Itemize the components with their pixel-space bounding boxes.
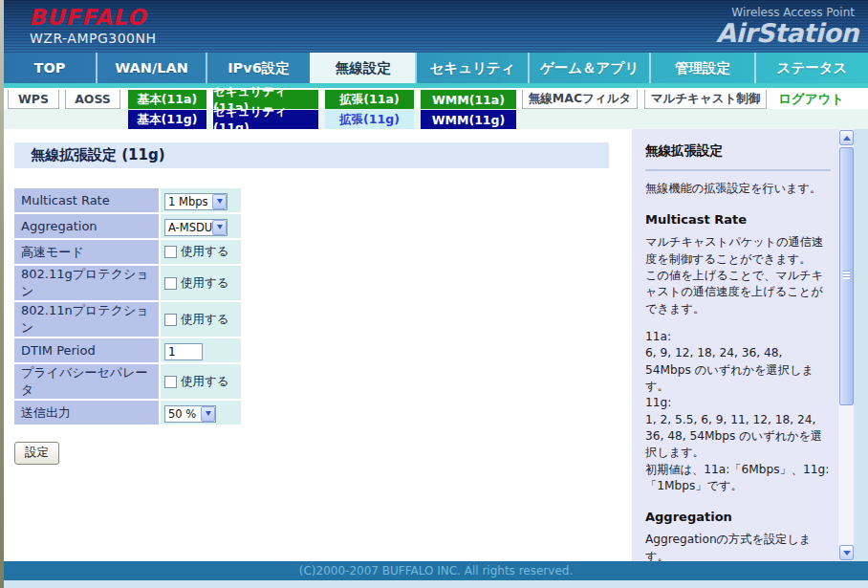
- nav-tab[interactable]: TOP: [4, 53, 96, 83]
- form-label: Aggregation: [14, 214, 159, 238]
- scroll-up-button[interactable]: [839, 130, 854, 145]
- airstation-logo: AirStation: [716, 18, 858, 48]
- subnav-tab-11a[interactable]: WMM(11a): [421, 90, 516, 109]
- nav-tab[interactable]: ステータス: [754, 53, 868, 83]
- subnav: WPSAOSS基本(11a)セキュリティ(11a)拡張(11a)WMM(11a)…: [4, 88, 868, 129]
- chevron-down-icon[interactable]: [212, 194, 227, 209]
- help-text: マルチキャストパケットの通信速度を制御することができます。: [645, 234, 831, 268]
- apply-button[interactable]: 設定: [14, 442, 59, 465]
- chevron-down-icon[interactable]: [201, 406, 215, 422]
- nav-tab[interactable]: セキュリティ: [415, 53, 528, 83]
- help-text: 無線機能の拡張設定を行います。: [645, 181, 831, 197]
- dropdown-value: A-MSDU: [165, 221, 212, 234]
- nav-tab[interactable]: WAN/LAN: [96, 53, 206, 83]
- subnav-tab-11g[interactable]: 基本(11g): [128, 110, 206, 129]
- dropdown-value: 1 Mbps: [165, 195, 212, 208]
- form-label: 送信出力: [14, 401, 159, 425]
- checkbox[interactable]: [164, 246, 177, 258]
- scrollbar-track[interactable]: [837, 129, 854, 561]
- subnav-row-bottom: 基本(11g)セキュリティ(11g)拡張(11g)WMM(11g): [4, 109, 868, 129]
- help-text: 初期値は、11a:「6Mbps」、11g:「1Mbps」です。: [645, 462, 831, 495]
- nav-tab[interactable]: 管理設定: [649, 53, 754, 83]
- dropdown-select[interactable]: A-MSDU: [164, 219, 228, 236]
- form-value-cell: A-MSDU: [161, 214, 241, 238]
- chevron-up-icon: [843, 136, 851, 141]
- help-text: Aggregationの方式を設定します。: [645, 532, 831, 561]
- help-text: 11g:: [645, 395, 831, 411]
- subnav-tab-11g[interactable]: WMM(11g): [421, 110, 516, 129]
- table-row: 802.11nプロテクション使用する: [14, 302, 241, 337]
- chevron-down-icon: [843, 551, 851, 555]
- help-content: 無線拡張設定無線機能の拡張設定を行います。Multicast Rateマルチキャ…: [645, 142, 831, 561]
- subnav-row-top: WPSAOSS基本(11a)セキュリティ(11a)拡張(11a)WMM(11a)…: [4, 90, 868, 109]
- content-area: 無線拡張設定 (11g) Multicast Rate1 MbpsAggrega…: [4, 129, 868, 561]
- form-label: プライバシーセパレータ: [14, 364, 159, 399]
- buffalo-logo: BUFFALO: [29, 5, 146, 30]
- nav-tab[interactable]: 無線設定: [310, 53, 415, 83]
- help-text: 6, 9, 12, 18, 24, 36, 48, 54Mbps のいずれかを選…: [645, 345, 831, 395]
- table-row: DTIM Period: [14, 338, 241, 362]
- form-value-cell: 1 Mbps: [161, 188, 241, 212]
- text-input[interactable]: [164, 343, 203, 360]
- table-row: 高速モード使用する: [14, 240, 241, 264]
- right-margin: [854, 129, 868, 561]
- form-value-cell: 使用する: [161, 240, 241, 264]
- checkbox-label: 使用する: [181, 275, 229, 292]
- form-value-cell: 使用する: [161, 364, 241, 399]
- form-value-cell: 使用する: [161, 266, 241, 300]
- nav-tab[interactable]: ゲーム＆アプリ: [528, 53, 649, 83]
- help-text: この値を上げることで、マルチキャストの通信速度を上げることができます。: [645, 268, 831, 317]
- nav-tab[interactable]: IPv6設定: [206, 53, 310, 83]
- dropdown-select[interactable]: 1 Mbps: [164, 193, 228, 210]
- footer-bar: (C)2000-2007 BUFFALO INC. All rights res…: [4, 561, 868, 580]
- subnav-button[interactable]: マルチキャスト制御: [644, 90, 767, 109]
- help-text: 11a:: [645, 329, 831, 345]
- header: BUFFALO WZR-AMPG300NH Wireless Access Po…: [4, 0, 868, 53]
- subnav-button[interactable]: 無線MACフィルタ: [522, 90, 638, 109]
- subnav-tab-11a[interactable]: 拡張(11a): [325, 90, 414, 109]
- checkbox-label: 使用する: [181, 374, 229, 390]
- help-title: 無線拡張設定: [645, 142, 831, 160]
- router-model: WZR-AMPG300NH: [30, 31, 157, 46]
- help-divider: [645, 169, 831, 171]
- subnav-button[interactable]: AOSS: [65, 90, 120, 109]
- table-row: Multicast Rate1 Mbps: [14, 188, 241, 212]
- subnav-button[interactable]: WPS: [8, 90, 59, 109]
- product-tagline: Wireless Access Point: [731, 6, 855, 19]
- form-label: 高速モード: [14, 240, 159, 264]
- checkbox[interactable]: [164, 376, 177, 388]
- main-panel: 無線拡張設定 (11g) Multicast Rate1 MbpsAggrega…: [4, 129, 632, 561]
- subnav-tab-11a[interactable]: 基本(11a): [128, 90, 206, 109]
- scrollbar-thumb[interactable]: [839, 147, 854, 405]
- help-text: 1, 2, 5.5, 6, 9, 11, 12, 18, 24, 36, 48,…: [645, 412, 831, 462]
- checkbox[interactable]: [164, 314, 177, 326]
- form-label: 802.11gプロテクション: [14, 266, 159, 300]
- subnav-tab-11g[interactable]: セキュリティ(11g): [213, 110, 318, 129]
- help-sidebar: 無線拡張設定無線機能の拡張設定を行います。Multicast Rateマルチキャ…: [632, 129, 854, 561]
- settings-table: Multicast Rate1 MbpsAggregationA-MSDU高速モ…: [12, 186, 243, 426]
- subnav-tab-11g-selected[interactable]: 拡張(11g): [325, 110, 414, 129]
- chevron-down-icon[interactable]: [212, 220, 227, 235]
- logout-link[interactable]: ログアウト: [778, 90, 844, 109]
- form-label: DTIM Period: [14, 338, 159, 362]
- checkbox-label: 使用する: [181, 312, 229, 328]
- form-value-cell: [161, 338, 241, 362]
- scroll-down-button[interactable]: [839, 545, 854, 560]
- form-value-cell: 使用する: [161, 302, 241, 337]
- table-row: 送信出力50 %: [14, 401, 241, 425]
- dropdown-value: 50 %: [165, 407, 201, 421]
- form-value-cell: 50 %: [161, 401, 241, 425]
- table-row: プライバシーセパレータ使用する: [14, 364, 241, 399]
- nav-tabs: TOPWAN/LANIPv6設定無線設定セキュリティゲーム＆アプリ管理設定ステー…: [4, 53, 868, 83]
- table-row: AggregationA-MSDU: [14, 214, 241, 238]
- dropdown-select[interactable]: 50 %: [164, 405, 216, 423]
- help-section-heading: Multicast Rate: [645, 212, 831, 227]
- form-label: 802.11nプロテクション: [14, 302, 159, 337]
- window-left-edge: [0, 0, 4, 588]
- table-row: 802.11gプロテクション使用する: [14, 266, 241, 300]
- checkbox-label: 使用する: [181, 244, 229, 260]
- checkbox[interactable]: [164, 277, 177, 290]
- help-section-heading: Aggregation: [645, 510, 831, 524]
- page-title: 無線拡張設定 (11g): [14, 142, 609, 168]
- form-label: Multicast Rate: [14, 188, 159, 212]
